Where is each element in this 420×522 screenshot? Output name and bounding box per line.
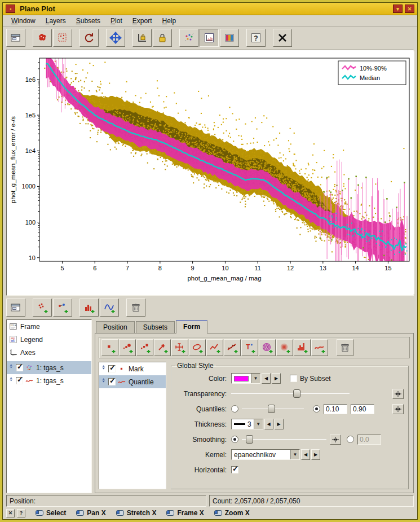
- plot-canvas[interactable]: 567891011121314151e61e51e4100010010phot_…: [8, 51, 412, 294]
- transparency-slider[interactable]: [231, 389, 350, 398]
- add-contour-form-button[interactable]: [259, 339, 276, 356]
- show-progress-icon: [203, 32, 215, 44]
- transparency-adjust-button[interactable]: [392, 389, 404, 399]
- form-item-quantile[interactable]: Quantile: [99, 375, 166, 388]
- kernel-value: epanechnikov: [232, 450, 290, 459]
- horizontal-checkbox[interactable]: [231, 466, 238, 473]
- quantiles-slider-thumb[interactable]: [268, 405, 275, 413]
- pointer-help-toggle[interactable]: ?: [17, 509, 25, 517]
- add-vector-form-button[interactable]: [154, 339, 171, 356]
- show-progress-button[interactable]: [200, 29, 219, 47]
- add-histogram-form-button[interactable]: [294, 339, 311, 356]
- by-subset-label: By Subset: [300, 375, 331, 383]
- thickness-next-button[interactable]: ▶: [275, 419, 284, 429]
- kernel-next-button[interactable]: ▶: [311, 449, 320, 460]
- tab-subsets[interactable]: Subsets: [136, 321, 175, 333]
- aspect-lock-button[interactable]: [153, 29, 172, 47]
- reorder-handle-icon[interactable]: [8, 363, 16, 373]
- menu-item-help[interactable]: Help: [157, 16, 182, 26]
- control-item-frame[interactable]: TITLEFrame: [7, 320, 91, 333]
- help-button[interactable]: ?: [246, 29, 266, 47]
- kernel-prev-button[interactable]: ◀: [301, 449, 310, 460]
- form-visible-checkbox[interactable]: [108, 378, 116, 385]
- quantile-high-field[interactable]: [351, 404, 374, 414]
- smoothing-slider-thumb[interactable]: [246, 435, 253, 444]
- add-pair-layer-icon: [56, 301, 69, 314]
- reorder-handle-icon[interactable]: [8, 376, 16, 386]
- add-mark-form-button[interactable]: [101, 339, 118, 356]
- kernel-combo[interactable]: epanechnikov ▼: [231, 449, 300, 460]
- thickness-combo[interactable]: 3 ▼: [231, 419, 263, 429]
- quantiles-row: Quantiles:: [173, 401, 404, 416]
- add-label-form-button[interactable]: T: [241, 339, 258, 356]
- minimize-button[interactable]: ▾: [393, 5, 403, 13]
- add-pair-layer-button[interactable]: [53, 299, 72, 317]
- quantiles-fields-radio[interactable]: [313, 405, 320, 413]
- add-size-form-button[interactable]: [119, 339, 136, 356]
- smoothing-adjust-button[interactable]: [330, 435, 341, 445]
- add-ellipse-form-button[interactable]: [189, 339, 206, 356]
- form-item-mark[interactable]: Mark: [99, 362, 166, 375]
- smoothing-slider[interactable]: [242, 435, 326, 444]
- add-histogram-form-icon: [296, 341, 308, 354]
- thickness-label: Thickness:: [173, 420, 227, 428]
- form-visible-checkbox[interactable]: [108, 365, 116, 372]
- menu-item-subsets[interactable]: Subsets: [71, 16, 105, 26]
- close-window-button[interactable]: [273, 29, 292, 47]
- axis-lock-button[interactable]: [132, 29, 152, 47]
- remove-layer-button[interactable]: [126, 299, 145, 317]
- menu-item-plot[interactable]: Plot: [105, 16, 127, 26]
- transparency-slider-thumb[interactable]: [293, 389, 300, 398]
- layer-row-1[interactable]: 1: tgas_s: [7, 374, 91, 387]
- transparency-row: Transparency:: [173, 386, 404, 401]
- replot-button[interactable]: [79, 29, 99, 47]
- smoothing-field-radio[interactable]: [347, 436, 354, 443]
- menu-item-export[interactable]: Export: [127, 16, 157, 26]
- point-subset-button[interactable]: [53, 29, 72, 47]
- no-position-toggle[interactable]: ✕: [6, 509, 15, 517]
- menu-bar: WindowLayersSubsetsPlotExportHelp: [3, 15, 417, 27]
- menu-item-layers[interactable]: Layers: [41, 16, 71, 26]
- add-sizexy-form-button[interactable]: [136, 339, 153, 356]
- tab-form[interactable]: Form: [176, 320, 207, 334]
- add-line-form-button[interactable]: [206, 339, 223, 356]
- color-next-button[interactable]: ▶: [272, 373, 281, 384]
- quantiles-slider[interactable]: [242, 404, 304, 414]
- add-quantile-form-button[interactable]: [311, 339, 328, 356]
- export-plot-button[interactable]: [6, 299, 25, 317]
- layer-visible-checkbox[interactable]: [16, 377, 23, 384]
- reorder-handle-icon[interactable]: [101, 377, 108, 387]
- svg-text:10: 10: [222, 265, 228, 271]
- color-prev-button[interactable]: ◀: [262, 373, 271, 384]
- add-error-form-button[interactable]: [171, 339, 188, 356]
- color-combo[interactable]: ▼: [231, 373, 260, 384]
- resize-plot-button[interactable]: [106, 29, 125, 47]
- layer-row-0[interactable]: 1: tgas_s: [7, 361, 91, 374]
- add-linearfit-form-button[interactable]: [224, 339, 241, 356]
- aux-shader-button[interactable]: [220, 29, 239, 47]
- quantile-low-field[interactable]: [324, 404, 347, 414]
- add-histogram-layer-button[interactable]: [79, 299, 99, 317]
- add-function-layer-button[interactable]: [100, 299, 119, 317]
- by-subset-checkbox[interactable]: [290, 375, 297, 382]
- close-button[interactable]: ✕: [405, 5, 414, 13]
- window-menu-button[interactable]: ▪: [6, 5, 15, 13]
- quantiles-adjust-button[interactable]: [392, 404, 404, 414]
- control-item-legend[interactable]: AgBbLegend: [7, 333, 91, 346]
- remove-form-button[interactable]: [337, 339, 353, 356]
- export-window-button[interactable]: [6, 29, 25, 47]
- smoothing-slider-radio[interactable]: [231, 436, 238, 443]
- quantiles-slider-radio[interactable]: [231, 405, 238, 413]
- sketch-points-button[interactable]: [179, 29, 198, 47]
- tab-position[interactable]: Position: [96, 321, 135, 333]
- thickness-prev-button[interactable]: ◀: [264, 419, 273, 429]
- blob-subset-button[interactable]: [33, 29, 52, 47]
- control-item-axes[interactable]: Axes: [7, 346, 91, 359]
- add-fill-form-button[interactable]: [276, 339, 293, 356]
- menu-item-window[interactable]: Window: [6, 16, 41, 26]
- reorder-handle-icon[interactable]: [101, 364, 108, 374]
- plane-plot-window: ▪ Plane Plot ▾ ✕ WindowLayersSubsetsPlot…: [2, 2, 418, 520]
- layer-type-icon: [25, 363, 34, 372]
- add-position-layer-button[interactable]: [33, 299, 52, 317]
- layer-visible-checkbox[interactable]: [16, 364, 23, 371]
